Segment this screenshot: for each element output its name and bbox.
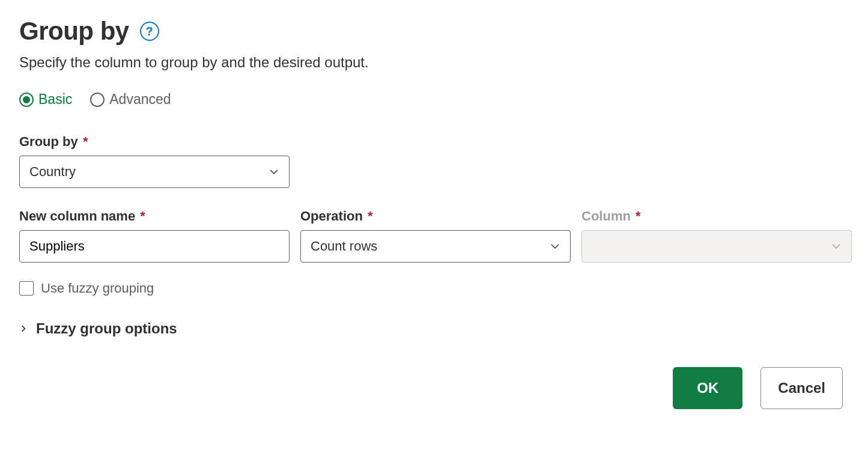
ok-button[interactable]: OK bbox=[673, 367, 742, 409]
radio-icon bbox=[19, 93, 34, 107]
radio-icon bbox=[90, 93, 105, 107]
chevron-down-icon bbox=[831, 241, 842, 252]
cancel-button[interactable]: Cancel bbox=[760, 367, 843, 409]
operation-label-text: Operation bbox=[300, 208, 363, 223]
newcol-input[interactable] bbox=[19, 230, 290, 263]
operation-select-value: Count rows bbox=[311, 239, 377, 254]
column-label: Column * bbox=[581, 208, 852, 224]
dialog-footer: OK Cancel bbox=[19, 367, 849, 409]
chevron-down-icon bbox=[550, 241, 560, 252]
required-asterisk: * bbox=[636, 208, 641, 223]
mode-radio-group: Basic Advanced bbox=[19, 91, 849, 108]
mode-radio-advanced-label: Advanced bbox=[109, 91, 171, 108]
checkbox-icon bbox=[19, 281, 34, 296]
required-asterisk: * bbox=[140, 208, 145, 223]
fuzzy-checkbox[interactable]: Use fuzzy grouping bbox=[19, 281, 849, 296]
operation-label: Operation * bbox=[300, 208, 571, 224]
groupby-select[interactable]: Country bbox=[19, 156, 290, 188]
chevron-right-icon bbox=[19, 323, 28, 335]
newcol-label-text: New column name bbox=[19, 208, 135, 223]
fuzzy-options-title: Fuzzy group options bbox=[36, 320, 177, 337]
mode-radio-advanced[interactable]: Advanced bbox=[90, 91, 171, 108]
help-icon-glyph: ? bbox=[146, 25, 153, 38]
operation-select[interactable]: Count rows bbox=[300, 230, 571, 263]
groupby-label: Group by * bbox=[19, 134, 849, 150]
newcol-label: New column name * bbox=[19, 208, 290, 224]
dialog-title: Group by bbox=[19, 17, 129, 46]
column-label-text: Column bbox=[581, 208, 631, 223]
fuzzy-checkbox-label: Use fuzzy grouping bbox=[41, 281, 154, 296]
mode-radio-basic-label: Basic bbox=[38, 91, 72, 108]
required-asterisk: * bbox=[368, 208, 373, 223]
required-asterisk: * bbox=[83, 134, 88, 149]
dialog-subtitle: Specify the column to group by and the d… bbox=[19, 54, 849, 71]
groupby-label-text: Group by bbox=[19, 134, 78, 149]
chevron-down-icon bbox=[269, 166, 279, 177]
mode-radio-basic[interactable]: Basic bbox=[19, 91, 72, 108]
column-select bbox=[581, 230, 852, 263]
radio-dot-icon bbox=[23, 96, 30, 103]
fuzzy-options-toggle[interactable]: Fuzzy group options bbox=[19, 320, 849, 337]
groupby-select-value: Country bbox=[29, 164, 76, 180]
help-icon[interactable]: ? bbox=[140, 22, 159, 41]
